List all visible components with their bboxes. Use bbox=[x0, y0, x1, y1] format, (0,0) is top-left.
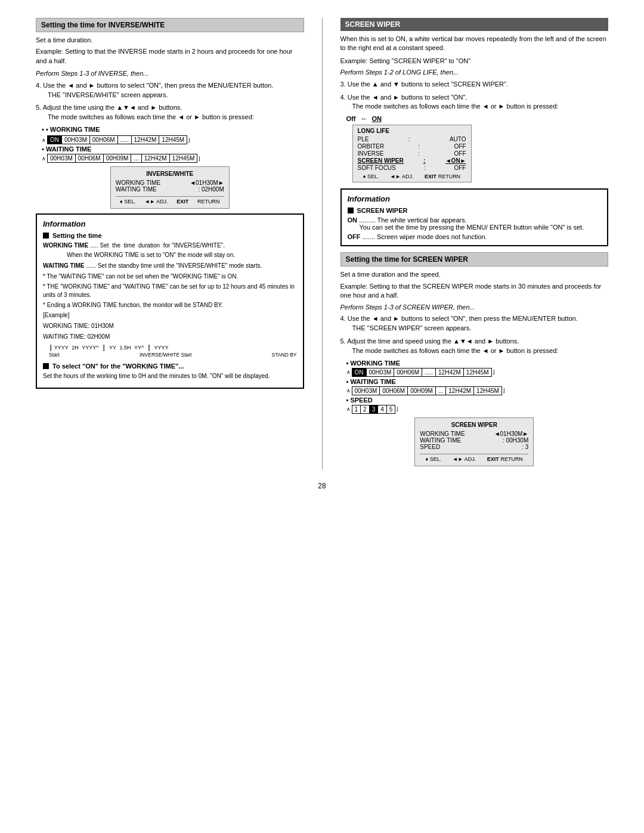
wt-cell-4: 12H42M bbox=[132, 136, 160, 144]
long-life-menu: LONG LIFE PLE : AUTO ORBITER : OFF INVER… bbox=[352, 125, 472, 182]
speed-cell-3: 3 bbox=[370, 405, 379, 413]
orbiter-label: ORBITER bbox=[358, 143, 384, 150]
wait-cell-3: 00H09M bbox=[104, 154, 132, 162]
right-example: Example: Setting "SCREEN WIPER" to "ON" bbox=[340, 57, 609, 66]
tl-bar2: ║ bbox=[145, 345, 152, 351]
note1: * The "WAITING TIME" can not be set when… bbox=[43, 272, 297, 281]
screen-row-1: WORKING TIME ◄01H30M► bbox=[116, 179, 224, 186]
working-time-info: WORKING TIME ..... Set the time duration… bbox=[43, 241, 297, 250]
ple-label: PLE bbox=[358, 136, 369, 143]
main-content: Setting the time for INVERSE/WHITE Set a… bbox=[36, 18, 608, 470]
screen2-row-1: WORKING TIME ◄01H30M► bbox=[420, 431, 528, 437]
wt2-cell-5: 12H45M bbox=[464, 368, 491, 376]
wt-cell-3: ..... bbox=[118, 136, 132, 144]
step-4-sub: THE "INVERSE/WHITE" screen appears. bbox=[48, 91, 304, 100]
step-5: 5. Adjust the time using the ▲▼◄ and ► b… bbox=[36, 103, 304, 122]
example-waiting: WAITING TIME: 02H00M bbox=[43, 333, 297, 341]
screen-row-2: WAITING TIME : 02H00M bbox=[116, 186, 224, 193]
tl-footer-inverse: INVERSE/WHITE Start bbox=[140, 352, 191, 358]
speed-cell-4: 4 bbox=[378, 405, 387, 413]
note2: * THE "WORKING TIME" and "WAITING TIME" … bbox=[43, 283, 297, 299]
timeline-diagram: ║ YYYY 2H YYYY^ ║ YY 1.5H YY^ ║ YYYY bbox=[49, 345, 297, 351]
menu-row-screen-wiper: SCREEN WIPER : ◄ON► bbox=[358, 157, 466, 164]
menu-footer: ♦ SEL. ◄► ADJ. EXIT RETURN bbox=[358, 174, 466, 179]
working-time-scale-cells: ON 00H03M 00H06M ..... 12H42M 12H45M bbox=[47, 135, 187, 144]
orbiter-colon: : bbox=[418, 143, 420, 150]
speed-scale-cells: 1 2 3 4 5 bbox=[352, 405, 396, 414]
sf-value: OFF bbox=[454, 165, 466, 171]
wt2-cell-3: ..... bbox=[422, 368, 436, 376]
info-box-right: Information SCREEN WIPER ON ......... Th… bbox=[340, 188, 609, 246]
menu-row-orbiter: ORBITER : OFF bbox=[358, 143, 466, 150]
left-example: Example: Setting to that the INVERSE mod… bbox=[36, 47, 304, 66]
set-example: Example: Setting to that the SCREEN WIPE… bbox=[340, 282, 609, 301]
inverse-label: INVERSE bbox=[358, 150, 384, 157]
screen-row2-value: : 02H00M bbox=[198, 186, 224, 193]
right-step-4-num: 4. bbox=[340, 94, 348, 101]
working-time-bullet: • WORKING TIME bbox=[42, 126, 304, 133]
set-step5-sub: The mode switches as follows each time t… bbox=[352, 346, 609, 356]
screen2-footer-sel: ♦ SEL. bbox=[426, 456, 442, 462]
tl-start-marker: ║ YYYY bbox=[49, 345, 69, 351]
tl-15h: 1.5H bbox=[118, 345, 132, 351]
on-desc2: You can set the time by pressing the MEN… bbox=[360, 224, 602, 231]
on-description: ON ......... The white vertical bar appe… bbox=[348, 216, 602, 231]
working-time-info2: When the WORKING TIME is set to "ON" the… bbox=[67, 251, 297, 259]
inverse-value: OFF bbox=[454, 150, 466, 157]
step-5-num: 5. bbox=[36, 104, 43, 111]
page-number: 28 bbox=[36, 482, 608, 490]
wait-cell-5: 12H42M bbox=[142, 154, 170, 162]
waiting-time-info: WAITING TIME ...... Set the standby time… bbox=[43, 262, 297, 270]
left-intro: Set a time duration. bbox=[36, 36, 304, 45]
wait-label: WAITING TIME bbox=[43, 262, 84, 269]
set-intro: Set a time duration and the speed. bbox=[340, 270, 609, 279]
off-dots: ....... Screen wiper mode does not funct… bbox=[361, 233, 487, 240]
set-step4-text: Use the ◄ and ► buttons to select "ON", … bbox=[348, 315, 578, 322]
left-section-header: Setting the time for INVERSE/WHITE bbox=[36, 18, 304, 32]
screen2-row2-value: : 00H30M bbox=[503, 437, 528, 444]
wait-cell-1: 00H03M bbox=[48, 154, 76, 162]
step-4: 4. Use the ◄ and ► buttons to select "ON… bbox=[36, 81, 304, 100]
black-square-1 bbox=[43, 233, 49, 239]
speed-bullet: • SPEED bbox=[346, 397, 609, 404]
right-step-3-text: Use the ▲ and ▼ buttons to select "SCREE… bbox=[348, 80, 508, 88]
waiting-time-scale2: ∧ 00H03M 00H06M 00H09M ... 12H42M 12H45M… bbox=[346, 386, 609, 395]
set-step-5: 5. Adjust the time and speed using the ▲… bbox=[340, 337, 609, 356]
screen-row1-label: WORKING TIME bbox=[116, 179, 160, 186]
on-label: ON bbox=[371, 115, 382, 122]
working-time-scale2: ∧ ON 00H03M 00H06M ..... 12H42M 12H45M ⌋ bbox=[346, 368, 609, 377]
menu-footer-adj: ◄► ADJ. bbox=[390, 174, 413, 179]
right-perform-steps: Perform Steps 1-2 of LONG LIFE, then... bbox=[340, 68, 609, 77]
info-title-left: Information bbox=[43, 219, 297, 228]
wt2-cell-1: 00H03M bbox=[367, 368, 395, 376]
ple-value: AUTO bbox=[450, 136, 466, 143]
screen2-row1-label: WORKING TIME bbox=[420, 431, 465, 437]
set-step5-num: 5. bbox=[340, 337, 348, 345]
left-perform-steps: Perform Steps 1-3 of INVERSE, then... bbox=[36, 69, 304, 78]
screen2-row-2: WAITING TIME : 00H30M bbox=[420, 437, 528, 444]
off-on-indicator: Off ↔ ON bbox=[346, 115, 609, 122]
example-wt: WORKING TIME: 01H30M bbox=[43, 322, 297, 330]
screen-wiper-screen: SCREEN WIPER WORKING TIME ◄01H30M► WAITI… bbox=[414, 417, 534, 466]
screen-wiper-time-section: Setting the time for SCREEN WIPER Set a … bbox=[340, 252, 609, 466]
screen2-footer-adj: ◄► ADJ. bbox=[453, 456, 476, 462]
left-column: Setting the time for INVERSE/WHITE Set a… bbox=[36, 18, 310, 470]
wt2-cell-on: ON bbox=[352, 368, 367, 376]
menu-row-inverse: INVERSE : OFF bbox=[358, 150, 466, 157]
tl-yyyy2: YYYY bbox=[154, 345, 169, 351]
tl-2h: 2H bbox=[70, 345, 80, 351]
step-5-text: Adjust the time using the ▲▼◄ and ► butt… bbox=[43, 104, 182, 111]
screen2-row1-value: ◄01H30M► bbox=[494, 431, 529, 437]
screen-footer: ♦ SEL. ◄► ADJ. EXIT RETURN bbox=[116, 196, 224, 205]
wt-label: WORKING TIME bbox=[43, 242, 88, 249]
screen-row2-label: WAITING TIME bbox=[116, 186, 157, 193]
wt-cell-1: 00H03M bbox=[62, 136, 90, 144]
note3: * Ending a WORKING TIME function, the mo… bbox=[43, 301, 297, 309]
black-square-3 bbox=[348, 208, 354, 213]
inverse-colon: : bbox=[418, 150, 420, 157]
right-step-4-sub: The mode switches as follows each time t… bbox=[352, 102, 609, 112]
step-4-num: 4. bbox=[36, 82, 43, 89]
example-label: [Example] bbox=[43, 311, 297, 320]
waiting-time-bullet-label: • WAITING TIME bbox=[42, 145, 304, 153]
screen2-footer: ♦ SEL. ◄► ADJ. EXIT RETURN bbox=[420, 454, 528, 462]
